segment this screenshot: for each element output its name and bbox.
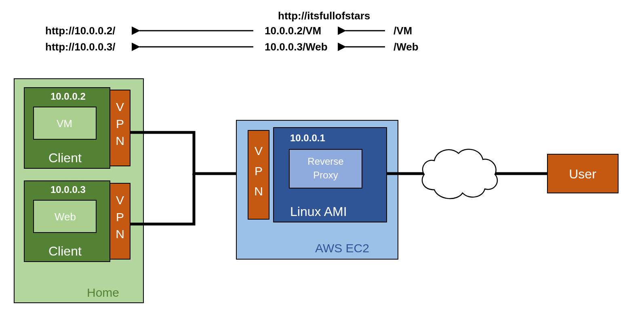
user-label: User xyxy=(569,167,596,181)
row1-mid: 10.0.0.2/VM xyxy=(265,25,321,37)
diagram-canvas: http://itsfullofstars http://10.0.0.2/ h… xyxy=(0,0,644,327)
aws-ip: 10.0.0.1 xyxy=(290,132,325,143)
header-title: http://itsfullofstars xyxy=(278,10,370,22)
client1-vpn: VPN xyxy=(116,100,124,147)
aws-label: AWS EC2 xyxy=(315,241,369,255)
client2-ip: 10.0.0.3 xyxy=(51,184,86,195)
linux-ami-label: Linux AMI xyxy=(290,204,347,219)
linux-ami-group: 10.0.0.1 Reverse Proxy Linux AMI VPN xyxy=(248,128,387,222)
cloud-icon xyxy=(422,149,497,199)
client1-ip: 10.0.0.2 xyxy=(51,91,86,102)
proxy-line2: Proxy xyxy=(313,170,338,180)
svg-rect-7 xyxy=(289,149,362,188)
proxy-line1: Reverse xyxy=(307,156,343,167)
client2-service: Web xyxy=(55,211,76,223)
row1-right: /VM xyxy=(394,25,412,37)
row2-right: /Web xyxy=(394,41,419,53)
row1-left: http://10.0.0.2/ xyxy=(45,25,115,37)
client2-group: 10.0.0.3 Web Client VPN xyxy=(24,181,130,262)
row2-left: http://10.0.0.3/ xyxy=(45,41,115,53)
client2-label: Client xyxy=(48,244,82,258)
row2-mid: 10.0.0.3/Web xyxy=(265,41,328,53)
client1-group: 10.0.0.2 VM Client VPN xyxy=(24,88,130,168)
vpn-links xyxy=(130,132,247,224)
client1-label: Client xyxy=(48,151,82,165)
client1-service: VM xyxy=(57,117,72,130)
client2-vpn: VPN xyxy=(116,193,124,241)
aws-vpn: VPN xyxy=(254,144,263,198)
home-label: Home xyxy=(87,286,119,299)
